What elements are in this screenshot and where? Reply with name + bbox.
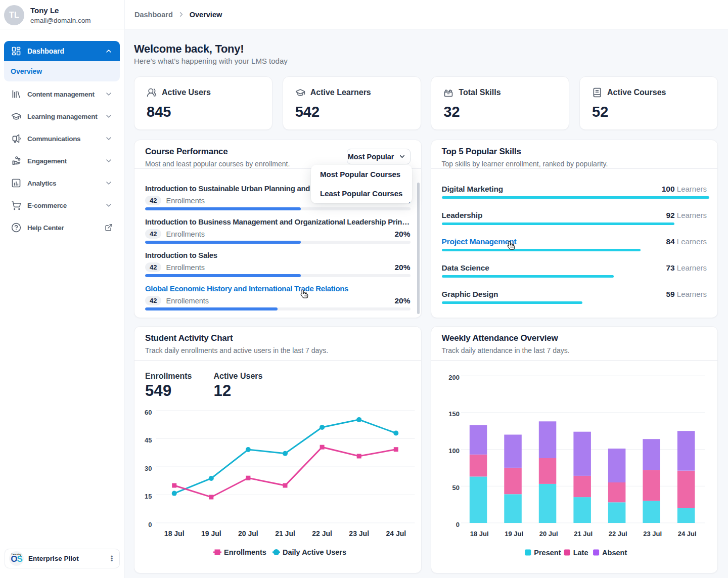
svg-text:19 Jul: 19 Jul [505,530,523,538]
svg-text:21 Jul: 21 Jul [275,529,295,538]
svg-text:22 Jul: 22 Jul [312,529,332,538]
svg-text:Daily Active Users: Daily Active Users [283,548,346,556]
svg-text:22 Jul: 22 Jul [608,530,627,538]
svg-text:200: 200 [448,374,460,381]
svg-text:30: 30 [145,465,152,472]
svg-text:15: 15 [145,493,152,500]
svg-text:50: 50 [452,484,459,492]
svg-text:Late: Late [573,549,588,557]
svg-text:24 Jul: 24 Jul [386,529,406,538]
svg-text:23 Jul: 23 Jul [349,529,369,538]
svg-text:24 Jul: 24 Jul [677,530,696,538]
svg-text:19 Jul: 19 Jul [201,529,221,538]
svg-text:Enrollments: Enrollments [224,548,266,556]
svg-text:45: 45 [145,436,152,444]
svg-text:Absent: Absent [602,549,627,557]
svg-text:21 Jul: 21 Jul [574,530,593,538]
svg-text:20 Jul: 20 Jul [539,530,558,538]
svg-text:0: 0 [456,521,459,528]
svg-text:60: 60 [145,409,152,416]
svg-text:Present: Present [534,549,561,557]
svg-text:23 Jul: 23 Jul [643,530,662,538]
svg-text:18 Jul: 18 Jul [470,530,488,538]
svg-text:20 Jul: 20 Jul [238,529,258,538]
svg-text:150: 150 [448,410,460,418]
svg-text:0: 0 [148,521,152,528]
svg-text:18 Jul: 18 Jul [164,529,185,538]
svg-text:100: 100 [448,447,460,455]
